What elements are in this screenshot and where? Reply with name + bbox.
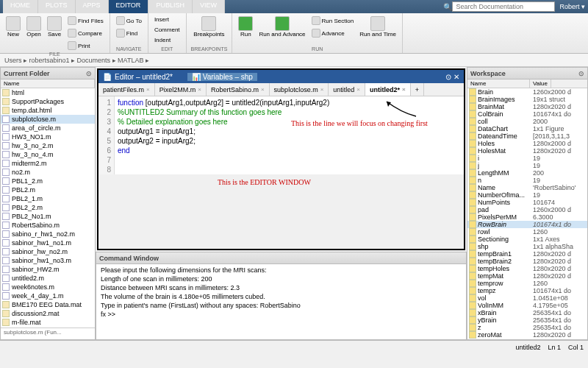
- goto-button[interactable]: Go To: [115, 15, 143, 26]
- workspace-var[interactable]: Brain1260x2000 d: [467, 88, 587, 96]
- workspace-var[interactable]: rowl1260: [467, 228, 587, 236]
- workspace-var[interactable]: BrainMat1280x2020 d: [467, 103, 587, 110]
- workspace-var[interactable]: DataChart1x1 Figure: [467, 125, 587, 132]
- workspace-var[interactable]: coll2000: [467, 118, 587, 125]
- workspace-var[interactable]: i19: [467, 155, 587, 162]
- workspace-var[interactable]: HolesMat1280x2020 d: [467, 147, 587, 155]
- add-tab-button[interactable]: +: [411, 83, 424, 96]
- workspace-var[interactable]: pad1260x2000 d: [467, 206, 587, 213]
- indent-button[interactable]: Indent: [153, 35, 182, 45]
- file-item[interactable]: week_4_day_1.m: [1, 291, 95, 300]
- workspace-var[interactable]: shp1x1 alphaSha: [467, 243, 587, 250]
- user-menu[interactable]: Robert ▾: [559, 3, 585, 10]
- file-item[interactable]: sabinor_hw1_no1.m: [1, 238, 95, 247]
- file-tab[interactable]: Pixel2MM.m×: [155, 83, 207, 96]
- file-item[interactable]: sabino_r_hw1_no2.m: [1, 230, 95, 238]
- close-tab-icon[interactable]: ×: [261, 86, 265, 93]
- comment-button[interactable]: Comment: [153, 25, 182, 35]
- file-item[interactable]: PBL2_1.m: [1, 194, 95, 203]
- close-icon[interactable]: ⊙: [578, 70, 584, 77]
- file-item[interactable]: PBL2_No1.m: [1, 212, 95, 221]
- file-item[interactable]: RobertSabino.m: [1, 221, 95, 230]
- file-item[interactable]: m-file.mat: [1, 318, 95, 327]
- workspace-var[interactable]: Name'RobertSabino': [467, 184, 587, 191]
- code-line[interactable]: end: [118, 146, 461, 155]
- workspace-var[interactable]: NumberOfIma...19: [467, 191, 587, 199]
- workspace-var[interactable]: VolInMM4.1795e+05: [467, 302, 587, 309]
- tab-view[interactable]: VIEW: [193, 0, 225, 13]
- file-item[interactable]: untitled2.m: [1, 274, 95, 283]
- find-files-button[interactable]: Find Files: [66, 15, 105, 26]
- run-time-button[interactable]: Run and Time: [358, 15, 398, 39]
- close-icon[interactable]: ⊙ ✕: [445, 73, 459, 81]
- workspace-var[interactable]: n19: [467, 177, 587, 184]
- file-item[interactable]: sabinor_hw_no2.m: [1, 247, 95, 256]
- save-button[interactable]: Save: [46, 15, 63, 52]
- file-tab[interactable]: subplotclose.m×: [270, 83, 329, 96]
- workspace-var[interactable]: Sectioning1x1 Axes: [467, 236, 587, 243]
- file-item[interactable]: html: [1, 88, 95, 97]
- open-button[interactable]: Open: [25, 15, 43, 52]
- file-item[interactable]: temp.dat.html: [1, 106, 95, 115]
- file-item[interactable]: sabinor_hw1_no3.m: [1, 256, 95, 265]
- workspace-var[interactable]: tempBrain11280x2020 d: [467, 250, 587, 258]
- tab-publish[interactable]: PUBLISH: [148, 0, 193, 13]
- file-item[interactable]: PBL2_2.m: [1, 203, 95, 212]
- tab-editor[interactable]: EDITOR: [109, 0, 149, 13]
- workspace-var[interactable]: ColBrain101674x1 do: [467, 110, 587, 118]
- file-item[interactable]: sabinor_HW2.m: [1, 265, 95, 274]
- workspace-var[interactable]: LengthMM200: [467, 169, 587, 177]
- address-bar[interactable]: Users ▸ robertsabino1 ▸ Documents ▸ MATL…: [0, 54, 588, 67]
- close-tab-icon[interactable]: ×: [402, 86, 406, 93]
- print-button[interactable]: Print: [66, 40, 105, 52]
- workspace-var[interactable]: vol1.0451e+08: [467, 294, 587, 302]
- file-tab[interactable]: patientFiles.m×: [98, 83, 155, 96]
- insert-button[interactable]: Insert: [153, 15, 182, 24]
- workspace-var[interactable]: NumPoints101674: [467, 199, 587, 206]
- tab-apps[interactable]: APPS: [76, 0, 109, 13]
- find-button[interactable]: Find: [115, 27, 143, 39]
- file-item[interactable]: area_of_circle.m: [1, 124, 95, 132]
- file-item[interactable]: PBL2.m: [1, 185, 95, 194]
- workspace-var[interactable]: RowBrain101674x1 do: [467, 221, 587, 228]
- workspace-var[interactable]: tempz101674x1 do: [467, 287, 587, 294]
- workspace-var[interactable]: tempBrain21280x2020 d: [467, 258, 587, 265]
- cmd-prompt[interactable]: fx >>: [101, 310, 462, 319]
- close-tab-icon[interactable]: ×: [356, 86, 360, 93]
- workspace-var[interactable]: PixelsPerMM6.3000: [467, 213, 587, 221]
- col-name[interactable]: Name: [1, 79, 95, 88]
- file-tab[interactable]: untitled2*×: [365, 83, 411, 96]
- new-button[interactable]: New: [4, 15, 22, 52]
- run-advance-button[interactable]: Run and Advance: [257, 15, 306, 39]
- close-tab-icon[interactable]: ×: [320, 86, 324, 93]
- workspace-var[interactable]: yBrain256354x1 do: [467, 316, 587, 324]
- close-tab-icon[interactable]: ×: [146, 86, 150, 93]
- file-tab[interactable]: RobertSabino.m×: [207, 83, 270, 96]
- file-item[interactable]: hw_3_no_2.m: [1, 141, 95, 150]
- advance-button[interactable]: Advance: [310, 27, 356, 39]
- breakpoints-button[interactable]: Breakpoints: [191, 15, 228, 39]
- workspace-var[interactable]: xBrain256354x1 do: [467, 309, 587, 316]
- workspace-var[interactable]: tempHoles1280x2020 d: [467, 265, 587, 272]
- workspace-var[interactable]: tempMat1280x2020 d: [467, 272, 587, 280]
- file-item[interactable]: SupportPackages: [1, 97, 95, 106]
- file-item[interactable]: no2.m: [1, 168, 95, 177]
- run-button[interactable]: Run: [237, 15, 254, 39]
- code-line[interactable]: outputArg2 = inputArg2;: [118, 136, 461, 146]
- file-tab[interactable]: untitled×: [329, 83, 365, 96]
- workspace-var[interactable]: BrainImages19x1 struct: [467, 96, 587, 103]
- close-tab-icon[interactable]: ×: [198, 86, 201, 93]
- compare-button[interactable]: Compare: [66, 27, 105, 39]
- variables-tab[interactable]: 📊 Variables – shp: [187, 73, 257, 81]
- workspace-var[interactable]: zeroMat1280x2020 d: [467, 331, 587, 339]
- file-item[interactable]: week6notes.m: [1, 283, 95, 291]
- file-item[interactable]: hw_3_no_4.m: [1, 150, 95, 159]
- file-item[interactable]: subplotclose.m: [1, 115, 95, 124]
- workspace-var[interactable]: j19: [467, 162, 587, 169]
- search-input[interactable]: [452, 1, 555, 12]
- file-item[interactable]: midterm2.m: [1, 159, 95, 168]
- workspace-var[interactable]: z256354x1 do: [467, 324, 587, 331]
- file-item[interactable]: HW3_NO1.m: [1, 132, 95, 141]
- tab-plots[interactable]: PLOTS: [38, 0, 76, 13]
- file-item[interactable]: discussion2.mat: [1, 309, 95, 318]
